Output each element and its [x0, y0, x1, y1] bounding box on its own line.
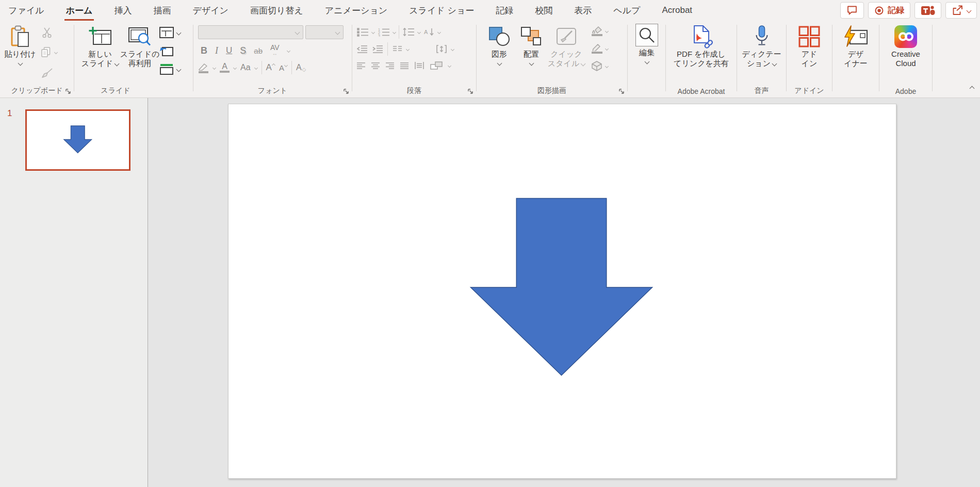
shape-fill-button[interactable]: [591, 26, 608, 36]
align-text-chevron-icon[interactable]: [451, 47, 454, 51]
font-color-chevron-icon[interactable]: [233, 66, 237, 69]
tab-home[interactable]: ホーム: [66, 0, 93, 22]
character-spacing-button[interactable]: AV↔: [270, 45, 280, 56]
character-spacing-chevron-icon[interactable]: [287, 48, 290, 52]
align-right-icon[interactable]: [385, 62, 395, 69]
shapes-chevron-icon[interactable]: [497, 61, 502, 66]
smartart-icon[interactable]: [430, 61, 443, 70]
creative-cloud-button[interactable]: Creative Cloud: [887, 24, 924, 68]
tab-review[interactable]: 校閲: [535, 0, 552, 22]
line-spacing-icon[interactable]: [402, 27, 415, 37]
copy-button[interactable]: [40, 46, 57, 58]
comments-button[interactable]: [840, 2, 864, 19]
layout-button[interactable]: [159, 26, 181, 39]
tab-animations[interactable]: アニメーション: [325, 0, 387, 22]
shape-effects-button[interactable]: [591, 61, 608, 71]
paragraph-dialog-launcher[interactable]: [467, 88, 473, 94]
section-button[interactable]: [159, 63, 181, 75]
justify-icon[interactable]: [400, 62, 409, 69]
dictation-button[interactable]: ディクテー ション: [741, 24, 782, 68]
slide-thumbnail-1[interactable]: [25, 109, 130, 171]
align-center-icon[interactable]: [371, 62, 380, 69]
clear-formatting-button[interactable]: A◇: [296, 63, 306, 72]
bold-button[interactable]: B: [201, 45, 207, 56]
shape-fill-chevron-icon[interactable]: [605, 29, 609, 33]
decrease-indent-icon[interactable]: [356, 45, 368, 53]
reset-button[interactable]: [159, 44, 174, 57]
new-slide-chevron-icon[interactable]: [115, 61, 120, 66]
italic-button[interactable]: I: [215, 45, 218, 56]
cut-button[interactable]: [41, 27, 53, 38]
bullets-icon[interactable]: [356, 27, 369, 37]
shape-outline-chevron-icon[interactable]: [605, 46, 609, 50]
share-button[interactable]: [945, 2, 977, 19]
slide-1-canvas[interactable]: [228, 104, 896, 479]
copy-dropdown-chevron-icon[interactable]: [54, 50, 58, 54]
font-size-combobox[interactable]: [305, 25, 344, 39]
font-color-button[interactable]: A: [220, 62, 230, 73]
highlight-color-chevron-icon[interactable]: [213, 66, 216, 69]
text-shadow-button[interactable]: S: [240, 45, 246, 56]
tab-acrobat[interactable]: Acrobat: [662, 0, 693, 21]
collapse-ribbon-button[interactable]: [970, 83, 974, 92]
quick-styles-button[interactable]: クイック スタイル: [548, 24, 585, 68]
text-direction-chevron-icon[interactable]: [437, 30, 441, 34]
shapes-button[interactable]: 図形: [485, 24, 514, 65]
tab-insert[interactable]: 挿入: [114, 0, 132, 22]
designer-button[interactable]: デザ イナー: [839, 24, 872, 68]
editing-chevron-icon[interactable]: [644, 59, 649, 64]
shape-outline-button[interactable]: [591, 43, 608, 54]
quick-styles-chevron-icon[interactable]: [581, 61, 586, 66]
numbering-chevron-icon[interactable]: [393, 30, 396, 34]
record-button[interactable]: 記録: [868, 2, 910, 19]
format-painter-button[interactable]: [41, 67, 54, 79]
drawing-dialog-launcher[interactable]: [618, 88, 625, 94]
tab-help[interactable]: ヘルプ: [613, 0, 640, 22]
strikethrough-button[interactable]: ab: [254, 46, 263, 55]
columns-chevron-icon[interactable]: [406, 47, 410, 51]
editing-button[interactable]: 編集: [635, 24, 659, 63]
change-case-button[interactable]: Aa: [240, 63, 251, 72]
tab-file[interactable]: ファイル: [8, 0, 44, 22]
tab-draw[interactable]: 描画: [153, 0, 171, 22]
font-dialog-launcher[interactable]: [343, 88, 349, 94]
smartart-chevron-icon[interactable]: [448, 63, 451, 67]
section-chevron-icon[interactable]: [176, 67, 182, 72]
increase-indent-icon[interactable]: [372, 45, 383, 53]
underline-button[interactable]: U: [226, 45, 232, 56]
columns-icon[interactable]: [392, 45, 402, 53]
dictation-chevron-icon[interactable]: [772, 61, 777, 66]
clipboard-dialog-launcher[interactable]: [65, 88, 71, 94]
text-direction-icon[interactable]: A: [423, 27, 435, 37]
tab-record[interactable]: 記録: [496, 0, 513, 22]
highlight-color-button[interactable]: [198, 62, 209, 73]
slide-editing-canvas[interactable]: [148, 98, 980, 487]
paste-button[interactable]: 貼り付け: [5, 24, 35, 65]
tab-transitions[interactable]: 画面切り替え: [250, 0, 303, 22]
teams-button[interactable]: [914, 2, 941, 19]
change-case-chevron-icon[interactable]: [254, 66, 258, 69]
share-dropdown-chevron-icon[interactable]: [967, 8, 972, 13]
new-slide-button[interactable]: 新しい スライド: [84, 24, 117, 68]
arrange-chevron-icon[interactable]: [529, 61, 534, 66]
reuse-slides-button[interactable]: スライドの 再利用: [122, 24, 158, 68]
create-pdf-share-link-button[interactable]: PDF を作成し てリンクを共有: [672, 24, 730, 68]
align-left-icon[interactable]: [356, 62, 366, 69]
font-name-combobox[interactable]: [198, 25, 303, 39]
bullets-chevron-icon[interactable]: [371, 30, 375, 34]
numbering-icon[interactable]: 123: [378, 27, 390, 37]
down-arrow-shape[interactable]: [470, 198, 652, 375]
align-text-icon[interactable]: [436, 44, 447, 54]
grow-font-button[interactable]: A: [266, 62, 275, 73]
layout-chevron-icon[interactable]: [176, 30, 182, 35]
arrange-button[interactable]: 配置: [517, 24, 546, 65]
tab-slideshow[interactable]: スライド ショー: [409, 0, 474, 22]
distribute-icon[interactable]: [414, 61, 424, 70]
shape-effects-chevron-icon[interactable]: [605, 64, 609, 68]
line-spacing-chevron-icon[interactable]: [417, 30, 421, 34]
tab-view[interactable]: 表示: [574, 0, 592, 22]
addins-button[interactable]: アド イン: [793, 24, 826, 68]
shrink-font-button[interactable]: A: [279, 63, 287, 72]
tab-design[interactable]: デザイン: [192, 0, 228, 22]
paste-dropdown-chevron-icon[interactable]: [18, 61, 23, 66]
